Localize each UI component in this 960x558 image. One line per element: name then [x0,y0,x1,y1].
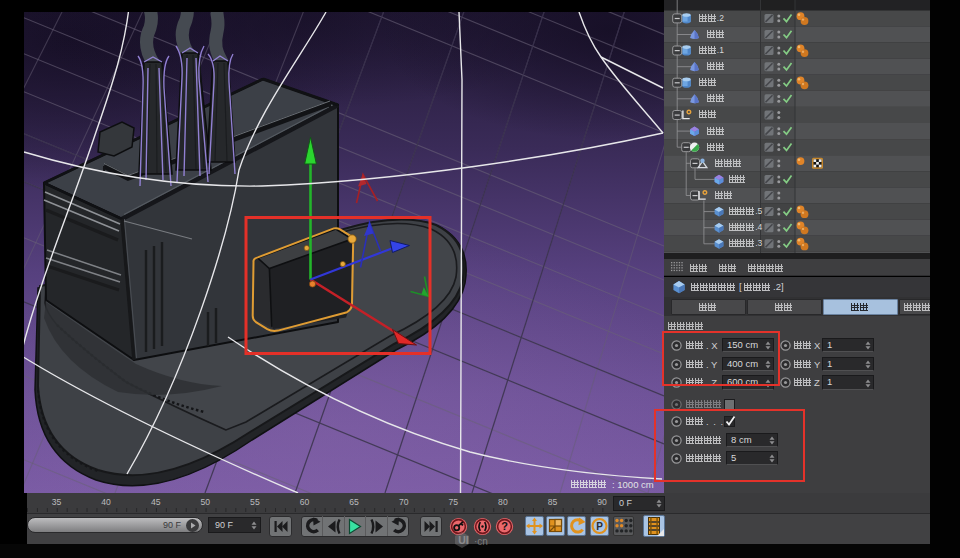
svg-text:50: 50 [201,497,211,507]
svg-text:90: 90 [597,497,607,507]
svg-text:60: 60 [300,497,310,507]
svg-text:45: 45 [151,497,161,507]
svg-text:85: 85 [548,497,558,507]
svg-text:UI: UI [458,534,469,546]
svg-text:55: 55 [250,497,260,507]
svg-text:35: 35 [52,497,62,507]
svg-text:?: ? [501,520,508,532]
svg-text:P: P [596,521,603,532]
svg-text:70: 70 [399,497,409,507]
svg-text:65: 65 [349,497,359,507]
svg-text:80: 80 [498,497,508,507]
svg-text:·cn: ·cn [474,536,488,547]
svg-text:40: 40 [101,497,111,507]
svg-text:75: 75 [449,497,459,507]
